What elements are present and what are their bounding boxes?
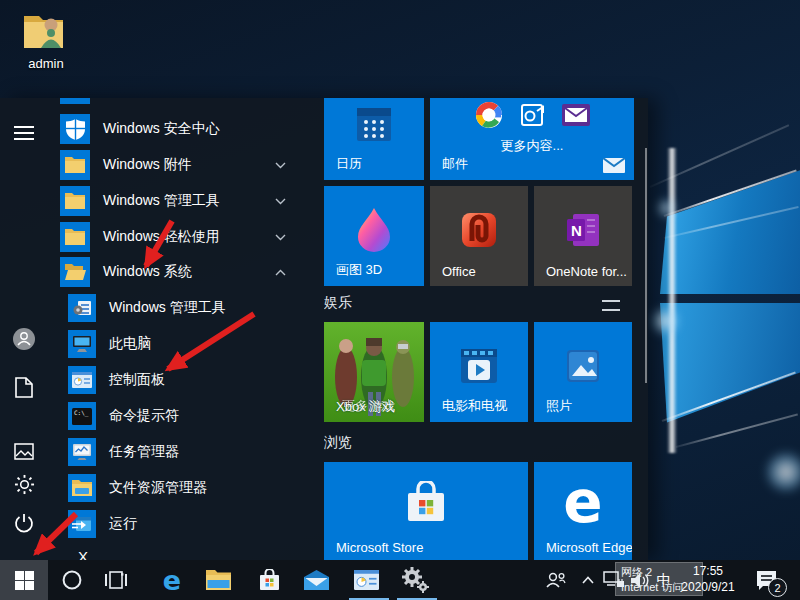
taskbar: e: [0, 560, 800, 600]
photos-icon: [565, 348, 601, 384]
app-row-windows-admin-tools-group[interactable]: Windows 管理工具: [60, 186, 310, 216]
mail-live-content: [474, 100, 590, 130]
taskbar-settings-button[interactable]: [399, 560, 431, 600]
start-menu-scrollbar[interactable]: [645, 148, 647, 383]
app-label: 命令提示符: [109, 407, 179, 425]
calendar-icon: [355, 105, 393, 143]
people-icon: [546, 572, 566, 588]
folder-open-icon: [60, 257, 90, 287]
tile-photos[interactable]: 照片: [534, 322, 632, 422]
tile-office[interactable]: Office: [430, 186, 528, 286]
ime-label: 中: [657, 571, 672, 590]
hamburger-menu-button[interactable]: [0, 116, 48, 150]
tile-calendar[interactable]: 日历: [324, 98, 424, 180]
app-row-run[interactable]: 运行: [68, 509, 318, 539]
tile-onenote[interactable]: N OneNote for...: [534, 186, 632, 286]
app-row-task-manager[interactable]: 任务管理器: [68, 437, 318, 467]
hamburger-icon: [14, 125, 34, 141]
tile-xbox[interactable]: 更多游戏 Xbox 游戏: [324, 322, 424, 422]
app-row-windows-admin-tools[interactable]: Windows 管理工具: [68, 293, 318, 323]
desktop-icon-admin-folder[interactable]: admin: [12, 8, 80, 71]
app-row-file-explorer[interactable]: 文件资源管理器: [68, 473, 318, 503]
onenote-icon: N: [565, 212, 601, 248]
user-folder-icon: [21, 8, 71, 54]
app-label: 运行: [109, 515, 137, 533]
control-panel-icon: [68, 366, 96, 394]
app-group-letter[interactable]: X: [78, 548, 88, 560]
edge-e-icon: e: [563, 473, 602, 531]
svg-text:N: N: [571, 222, 582, 239]
purple-mail-icon: [562, 104, 590, 126]
app-row-windows-accessories[interactable]: Windows 附件: [60, 150, 310, 180]
tile-label: 照片: [546, 397, 572, 415]
movies-tv-icon: [460, 348, 498, 384]
taskbar-mail-button[interactable]: [301, 560, 331, 600]
edge-icon: e: [163, 567, 181, 594]
chevron-down-icon: [275, 234, 286, 241]
volume-icon: [630, 572, 650, 589]
taskbar-edge-button[interactable]: e: [157, 560, 187, 600]
app-label: 任务管理器: [109, 443, 179, 461]
tile-microsoft-edge[interactable]: e Microsoft Edge: [534, 462, 632, 560]
tile-label: OneNote for...: [546, 264, 627, 279]
notification-badge: 2: [768, 578, 787, 597]
chevron-up-icon: [582, 576, 594, 584]
this-pc-icon: [68, 330, 96, 358]
group-drag-handle-icon[interactable]: [602, 300, 620, 311]
show-hidden-icons-button[interactable]: [578, 560, 598, 600]
taskbar-control-panel-button[interactable]: [351, 560, 381, 600]
windows-logo-icon: [15, 571, 34, 590]
paint-3d-icon: [356, 208, 392, 252]
settings-gears-icon: [401, 567, 429, 593]
tile-group-title-browse[interactable]: 浏览: [324, 434, 352, 452]
app-label: Windows 管理工具: [109, 299, 226, 317]
task-manager-icon: [68, 438, 96, 466]
app-label: Windows 轻松使用: [103, 228, 220, 246]
document-icon: [15, 377, 33, 398]
start-menu-app-list: Windows 安全中心 Windows 附件 Windows 管理工具: [48, 98, 324, 560]
app-row-windows-system[interactable]: Windows 系统: [60, 257, 310, 287]
app-row-partial[interactable]: [60, 98, 310, 104]
app-row-control-panel[interactable]: 控制面板: [68, 365, 318, 395]
settings-button[interactable]: [0, 467, 48, 501]
start-button[interactable]: [0, 560, 48, 600]
folder-icon: [60, 150, 90, 180]
tile-label: Xbox 游戏: [336, 398, 395, 416]
taskbar-store-button[interactable]: [254, 560, 284, 600]
tile-movies-tv[interactable]: 电影和电视: [430, 322, 528, 422]
command-prompt-icon: C:\_: [68, 402, 96, 430]
volume-button[interactable]: [627, 560, 653, 600]
app-row-windows-ease-of-access[interactable]: Windows 轻松使用: [60, 222, 310, 252]
user-account-button[interactable]: [0, 322, 48, 356]
app-row-command-prompt[interactable]: C:\_ 命令提示符: [68, 401, 318, 431]
control-panel-icon: [354, 570, 379, 590]
taskbar-file-explorer-button[interactable]: [203, 560, 233, 600]
tile-microsoft-store[interactable]: Microsoft Store: [324, 462, 528, 560]
tile-group-title-entertainment[interactable]: 娱乐: [324, 294, 352, 312]
tile-paint-3d[interactable]: 画图 3D: [324, 186, 424, 286]
cortana-button[interactable]: [58, 560, 86, 600]
taskbar-clock[interactable]: 17:55 2020/9/21: [672, 563, 744, 595]
app-row-windows-security[interactable]: Windows 安全中心: [60, 114, 310, 144]
tile-label: Microsoft Store: [336, 540, 423, 555]
start-menu-rail: [0, 98, 48, 560]
tile-label: Office: [442, 264, 476, 279]
cortana-icon: [62, 570, 82, 590]
file-explorer-icon: [68, 474, 96, 502]
task-view-button[interactable]: [102, 560, 130, 600]
pictures-button[interactable]: [0, 434, 48, 468]
documents-button[interactable]: [0, 370, 48, 404]
app-row-this-pc[interactable]: 此电脑: [68, 329, 318, 359]
network-button[interactable]: [601, 560, 627, 600]
power-icon: [14, 513, 34, 533]
app-label: 文件资源管理器: [109, 479, 207, 497]
tile-label: 电影和电视: [442, 397, 507, 415]
windows-security-shield-icon: [60, 114, 90, 144]
notification-count: 2: [774, 582, 780, 594]
people-button[interactable]: [544, 560, 568, 600]
tile-label: 画图 3D: [336, 261, 382, 279]
power-button[interactable]: [0, 506, 48, 540]
app-label: Windows 管理工具: [103, 192, 220, 210]
task-view-icon: [105, 571, 127, 589]
tile-mail[interactable]: 更多内容... 邮件: [430, 98, 634, 180]
